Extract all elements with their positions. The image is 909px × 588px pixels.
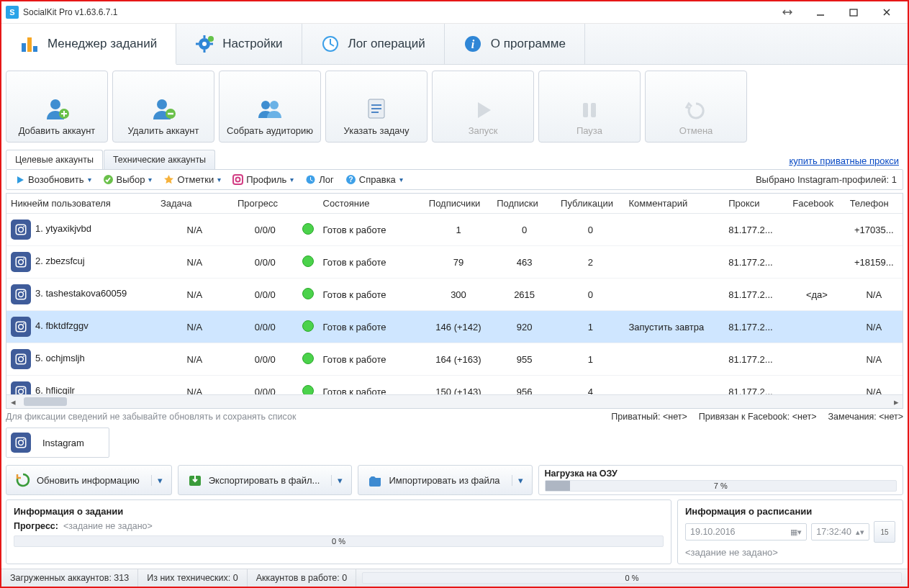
tab-label: Менеджер заданий — [48, 37, 157, 51]
tab-task-manager[interactable]: Менеджер заданий — [1, 24, 176, 65]
instagram-icon — [11, 317, 31, 337]
svg-point-35 — [19, 227, 24, 232]
cell-progress: 0/0/0 — [233, 376, 297, 395]
tab-settings[interactable]: Настройки — [176, 24, 302, 64]
label: Лог — [319, 174, 334, 185]
col-facebook[interactable]: Facebook — [788, 194, 845, 214]
subtab-technical-accounts[interactable]: Технические аккаунты — [104, 150, 215, 169]
svg-point-44 — [19, 325, 24, 330]
buy-proxy-link[interactable]: купить приватные прокси — [789, 155, 899, 166]
chevron-down-icon: ▾ — [88, 176, 91, 184]
horizontal-scrollbar[interactable]: ◂ ▸ — [6, 394, 903, 408]
cell-posts: 0 — [556, 279, 624, 311]
col-proxy[interactable]: Прокси — [724, 194, 788, 214]
gear-icon — [195, 35, 214, 53]
status-private: Приватный: <нет> — [611, 412, 687, 422]
status-dot-icon — [302, 320, 314, 332]
app-icon: S — [6, 6, 19, 19]
add-account-button[interactable]: Добавить аккаунт — [6, 71, 108, 143]
tab-log[interactable]: Лог операций — [302, 24, 445, 64]
instagram-card[interactable]: Instagram — [6, 428, 109, 458]
resume-button[interactable]: Возобновить▾ — [12, 173, 94, 186]
label: Возобновить — [28, 174, 84, 185]
delete-account-button[interactable]: Удалить аккаунт — [112, 71, 214, 143]
scroll-thumb[interactable] — [24, 397, 67, 406]
help-button[interactable]: ?Справка▾ — [343, 173, 406, 186]
status-loaded: Загруженных аккаунтов: 313 — [1, 569, 138, 587]
instagram-icon — [11, 433, 31, 453]
minimize-button[interactable] — [804, 1, 837, 23]
col-progress[interactable]: Прогресс — [233, 194, 297, 214]
scroll-left-icon[interactable]: ◂ — [6, 395, 19, 408]
table-row[interactable]: 6. hflicgilrN/A0/0/0Готов к работе150 (+… — [6, 376, 903, 395]
svg-point-45 — [23, 323, 24, 325]
table-row[interactable]: 5. ochjmsljhN/A0/0/0Готов к работе164 (+… — [6, 343, 903, 376]
col-nickname[interactable]: Никнейм пользователя — [6, 194, 156, 214]
window-move-icon[interactable] — [771, 1, 804, 23]
cell-task: N/A — [156, 376, 233, 395]
selected-count-label: Выбрано Instagram-профилей: 1 — [756, 174, 897, 185]
import-icon — [367, 472, 383, 488]
log-button[interactable]: Лог — [302, 173, 337, 186]
start-button[interactable]: Запуск — [432, 71, 534, 143]
help-icon: ? — [345, 174, 356, 185]
table-row[interactable]: 4. fbktdfzggvN/A0/0/0Готов к работе146 (… — [6, 311, 903, 343]
status-remarks: Замечания: <нет> — [828, 412, 903, 422]
schedule-date-input[interactable]: 19.10.2016▦▾ — [685, 523, 807, 540]
collect-audience-button[interactable]: Собрать аудиторию — [219, 71, 321, 143]
close-button[interactable] — [870, 1, 903, 23]
marks-button[interactable]: Отметки▾ — [160, 173, 224, 186]
cell-facebook — [788, 376, 845, 395]
col-following[interactable]: Подписки — [492, 194, 556, 214]
status-working: Аккаунтов в работе: 0 — [248, 569, 356, 587]
chevron-down-icon[interactable]: ▾ — [512, 475, 523, 486]
status-progress-bar: 0 % — [362, 572, 902, 584]
pause-button[interactable]: Пауза — [538, 71, 641, 143]
chevron-down-icon[interactable]: ▾ — [151, 475, 163, 486]
table-row[interactable]: 1. ytyaxikjvbdN/A0/0/0Готов к работе1008… — [6, 214, 903, 246]
undo-icon — [685, 99, 707, 121]
col-state-dot[interactable] — [297, 194, 319, 214]
col-state[interactable]: Состояние — [319, 194, 425, 214]
col-comment[interactable]: Комментарий — [624, 194, 724, 214]
calendar-icon: ▦▾ — [790, 528, 802, 537]
svg-rect-49 — [16, 386, 26, 394]
col-followers[interactable]: Подписчики — [425, 194, 492, 214]
cell-phone: N/A — [846, 376, 903, 395]
set-task-button[interactable]: Указать задачу — [325, 71, 428, 143]
export-button[interactable]: Экспортировать в файл... ▾ — [178, 465, 353, 495]
svg-point-6 — [202, 42, 207, 46]
schedule-time-input[interactable]: 17:32:40▴▾ — [811, 523, 869, 540]
col-phone[interactable]: Телефон — [846, 194, 903, 214]
svg-point-48 — [23, 356, 24, 357]
status-bar: Загруженных аккаунтов: 313 Из них технич… — [1, 569, 908, 587]
progress-label: Прогресс: — [14, 521, 58, 531]
subtab-target-accounts[interactable]: Целевые аккаунты — [6, 150, 103, 169]
tab-about[interactable]: i О программе — [445, 24, 585, 64]
schedule-interval-button[interactable]: 15 — [874, 521, 895, 543]
table-row[interactable]: 2. zbezsfcujN/A0/0/0Готов к работе794632… — [6, 246, 903, 279]
cell-comment — [624, 214, 724, 246]
titlebar: S SocialKit Pro v1.63.6.7.1 — [1, 1, 908, 24]
cancel-button[interactable]: Отмена — [645, 71, 747, 143]
cell-nickname: 4. fbktdfzggv — [35, 320, 89, 331]
maximize-button[interactable] — [837, 1, 870, 23]
cell-nickname: 5. ochjmsljh — [35, 353, 85, 363]
col-task[interactable]: Задача — [156, 194, 233, 214]
refresh-info-button[interactable]: Обновить информацию ▾ — [6, 465, 172, 495]
button-label: Добавить аккаунт — [19, 125, 96, 136]
table-scroll[interactable]: Никнейм пользователя Задача Прогресс Сос… — [6, 194, 903, 394]
select-button[interactable]: Выбор▾ — [100, 173, 155, 186]
profile-button[interactable]: Профиль▾ — [230, 173, 297, 186]
ram-panel: Нагрузка на ОЗУ 7 % — [538, 465, 903, 495]
col-posts[interactable]: Публикации — [556, 194, 624, 214]
svg-rect-26 — [583, 103, 588, 117]
import-button[interactable]: Импортировать из файла ▾ — [358, 465, 532, 495]
chevron-down-icon: ▾ — [217, 176, 221, 184]
scroll-right-icon[interactable]: ▸ — [890, 395, 903, 408]
cell-posts: 1 — [556, 311, 624, 343]
status-dot-icon — [302, 353, 314, 364]
chevron-down-icon[interactable]: ▾ — [331, 475, 343, 486]
table-row[interactable]: 3. tashestakova60059N/A0/0/0Готов к рабо… — [6, 279, 903, 311]
svg-point-20 — [261, 101, 270, 109]
